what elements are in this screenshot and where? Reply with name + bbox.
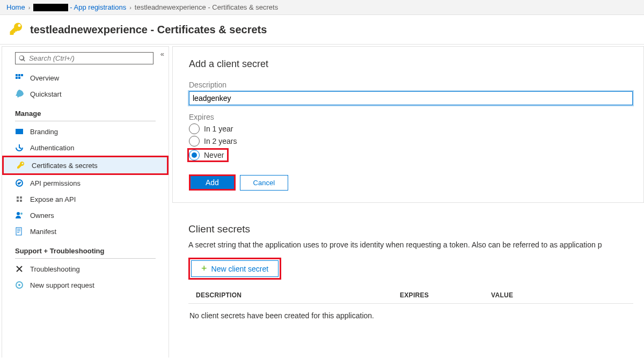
search-icon <box>19 55 26 62</box>
support-icon <box>15 281 24 289</box>
wrench-icon <box>15 265 24 273</box>
svg-point-3 <box>20 213 23 215</box>
expires-label: Expires <box>189 113 633 121</box>
add-button[interactable]: Add <box>189 174 236 191</box>
redacted-text <box>33 4 68 11</box>
owners-icon <box>15 211 24 220</box>
divider <box>188 303 633 304</box>
breadcrumb: Home › - App registrations › testleadnew… <box>0 0 644 15</box>
page-title-row: testleadnewexperience - Certificates & s… <box>0 15 644 45</box>
sidebar-item-api-permissions[interactable]: API permissions <box>2 175 169 191</box>
auth-icon <box>15 143 24 152</box>
key-icon <box>9 21 25 38</box>
section-manage-header: Manage <box>2 102 169 120</box>
svg-rect-4 <box>16 228 21 235</box>
col-expires: EXPIRES <box>400 291 491 299</box>
sidebar-item-new-support-request[interactable]: New support request <box>2 277 169 293</box>
divider <box>15 258 156 259</box>
button-label: New client secret <box>211 265 269 273</box>
add-client-secret-panel: Add a client secret Description Expires … <box>172 46 644 203</box>
api-perm-icon <box>15 179 24 187</box>
cancel-button[interactable]: Cancel <box>240 175 288 191</box>
panel-heading: Client secrets <box>188 223 633 235</box>
plus-icon: + <box>201 263 207 274</box>
content: Add a client secret Description Expires … <box>169 46 644 357</box>
radio-never[interactable]: Never <box>187 148 229 162</box>
sidebar-item-certificates-secrets[interactable]: Certificates & secrets <box>2 156 169 175</box>
sidebar-item-authentication[interactable]: Authentication <box>2 140 169 156</box>
chevron-right-icon: › <box>28 4 31 11</box>
sidebar: « Overview Quickstart Manage Branding Au… <box>2 46 169 357</box>
secrets-table: DESCRIPTION EXPIRES VALUE No client secr… <box>188 287 633 320</box>
breadcrumb-home[interactable]: Home <box>6 3 25 11</box>
page-title: testleadnewexperience - Certificates & s… <box>30 24 267 36</box>
button-row: Add Cancel <box>189 174 633 191</box>
radio-icon[interactable] <box>189 136 200 147</box>
radio-label: In 1 year <box>204 125 233 133</box>
tag-icon <box>15 127 24 136</box>
svg-point-2 <box>17 212 20 215</box>
sidebar-item-manifest[interactable]: Manifest <box>2 223 169 239</box>
sidebar-item-label: Overview <box>30 74 59 82</box>
grid-icon <box>15 74 24 82</box>
sidebar-item-label: Expose an API <box>30 195 76 203</box>
radio-in-2-years[interactable]: In 2 years <box>189 136 633 147</box>
radio-label: Never <box>204 151 224 159</box>
manifest-icon <box>15 227 24 236</box>
col-value: VALUE <box>491 291 626 299</box>
collapse-icon[interactable]: « <box>160 50 164 58</box>
sidebar-item-quickstart[interactable]: Quickstart <box>2 86 169 102</box>
description-input[interactable] <box>189 91 633 105</box>
svg-point-6 <box>18 284 20 286</box>
divider <box>15 121 156 121</box>
sidebar-item-label: Quickstart <box>30 90 62 98</box>
sidebar-item-label: New support request <box>30 281 94 289</box>
svg-rect-0 <box>16 129 23 134</box>
search-input[interactable] <box>29 54 150 62</box>
sidebar-item-troubleshooting[interactable]: Troubleshooting <box>2 261 169 277</box>
sidebar-item-branding[interactable]: Branding <box>2 123 169 140</box>
col-description: DESCRIPTION <box>196 291 400 299</box>
empty-state: No client secrets have been created for … <box>188 311 633 320</box>
radio-label: In 2 years <box>204 137 237 145</box>
chevron-right-icon: › <box>129 4 131 11</box>
expose-api-icon <box>15 195 24 203</box>
sidebar-item-owners[interactable]: Owners <box>2 207 169 223</box>
radio-in-1-year[interactable]: In 1 year <box>189 123 633 134</box>
panel-heading: Add a client secret <box>189 59 633 70</box>
rocket-icon <box>15 90 24 98</box>
breadcrumb-app-registrations[interactable]: - App registrations <box>70 3 126 11</box>
sidebar-item-label: Certificates & secrets <box>32 162 98 170</box>
new-client-secret-highlight: + New client secret <box>188 258 281 280</box>
sidebar-item-label: Troubleshooting <box>30 265 80 273</box>
radio-icon[interactable] <box>189 150 200 160</box>
sidebar-item-overview[interactable]: Overview <box>2 70 169 86</box>
sidebar-item-label: Branding <box>30 128 58 136</box>
radio-icon[interactable] <box>189 123 200 134</box>
section-support-header: Support + Troubleshooting <box>2 239 169 257</box>
sidebar-item-label: Owners <box>30 211 54 220</box>
client-secrets-panel: Client secrets A secret string that the … <box>172 211 644 328</box>
panel-description: A secret string that the application use… <box>188 240 633 249</box>
description-label: Description <box>189 81 633 89</box>
breadcrumb-current: testleadnewexperience - Certificates & s… <box>135 3 278 11</box>
table-head: DESCRIPTION EXPIRES VALUE <box>188 287 633 303</box>
sidebar-item-label: API permissions <box>30 179 80 187</box>
search-box[interactable] <box>15 52 153 64</box>
key-icon <box>17 161 25 170</box>
sidebar-item-label: Manifest <box>30 228 56 236</box>
new-client-secret-button[interactable]: + New client secret <box>191 260 279 277</box>
sidebar-item-label: Authentication <box>30 144 74 152</box>
sidebar-item-expose-api[interactable]: Expose an API <box>2 191 169 207</box>
